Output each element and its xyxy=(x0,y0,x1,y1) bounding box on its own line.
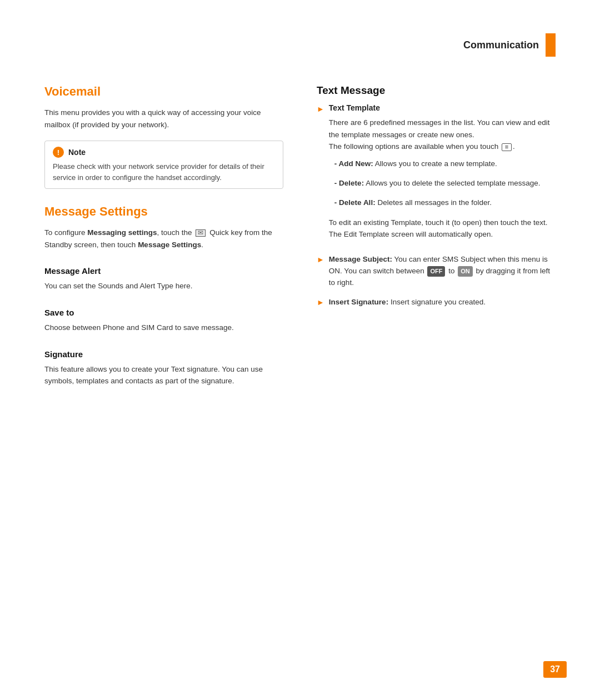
badge-off: OFF xyxy=(427,266,445,277)
text-template-item: ► Text Template There are 6 predefined m… xyxy=(317,103,556,246)
message-subject-item: ► Message Subject: You can enter SMS Sub… xyxy=(317,254,556,289)
message-alert-title: Message Alert xyxy=(44,266,283,276)
insert-signature-item: ► Insert Signature: Insert signature you… xyxy=(317,297,556,308)
edit-template-note: To edit an existing Template, touch it (… xyxy=(329,217,556,241)
menu-icon xyxy=(502,143,512,151)
header-accent-bar xyxy=(546,33,556,57)
voicemail-section: Voicemail This menu provides you with a … xyxy=(44,84,283,189)
message-alert-body: You can set the Sounds and Alert Type he… xyxy=(44,280,283,292)
note-icon: ! xyxy=(53,147,64,158)
text-template-label: Text Template xyxy=(329,103,556,112)
message-settings-title: Message Settings xyxy=(44,204,283,219)
arrow-icon-message-subject: ► xyxy=(317,255,324,264)
note-label: Note xyxy=(68,148,86,157)
save-to-section: Save to Choose between Phone and SIM Car… xyxy=(44,308,283,334)
save-to-body: Choose between Phone and SIM Card to sav… xyxy=(44,322,283,334)
signature-body: This feature allows you to create your T… xyxy=(44,363,283,387)
message-settings-end-bold: Message Settings xyxy=(138,241,201,249)
signature-title: Signature xyxy=(44,349,283,359)
text-message-section: Text Message ► Text Template There are 6… xyxy=(317,84,556,308)
insert-signature-label: Insert Signature: xyxy=(329,298,388,306)
message-alert-section: Message Alert You can set the Sounds and… xyxy=(44,266,283,292)
insert-signature-content: Insert Signature: Insert signature you c… xyxy=(329,297,486,308)
page-number: 37 xyxy=(543,661,567,678)
message-subject-content: Message Subject: You can enter SMS Subje… xyxy=(329,254,556,289)
badge-on: ON xyxy=(458,266,473,277)
messaging-settings-bold: Messaging settings xyxy=(87,228,157,237)
arrow-icon-text-template: ► xyxy=(317,104,324,113)
text-template-body: There are 6 predefined messages in the l… xyxy=(329,117,556,153)
mail-icon xyxy=(196,229,206,237)
voicemail-body: This menu provides you with a quick way … xyxy=(44,107,283,131)
add-new-item: - Add New: Allows you to create a new te… xyxy=(329,158,556,170)
note-text: Please check with your network service p… xyxy=(53,161,275,183)
text-template-content: Text Template There are 6 predefined mes… xyxy=(329,103,556,246)
left-column: Voicemail This menu provides you with a … xyxy=(44,84,283,403)
delete-all-label: - Delete All: xyxy=(334,198,376,207)
signature-section: Signature This feature allows you to cre… xyxy=(44,349,283,387)
arrow-icon-insert-signature: ► xyxy=(317,298,324,307)
content-columns: Voicemail This menu provides you with a … xyxy=(44,84,556,403)
page: Communication Voicemail This menu provid… xyxy=(0,0,600,700)
delete-all-item: - Delete All: Deletes all messages in th… xyxy=(329,197,556,209)
text-message-title: Text Message xyxy=(317,84,556,97)
add-new-label: - Add New: xyxy=(334,159,373,168)
voicemail-title: Voicemail xyxy=(44,84,283,99)
page-title: Communication xyxy=(463,39,539,51)
delete-item: - Delete: Allows you to delete the selec… xyxy=(329,178,556,189)
note-header: ! Note xyxy=(53,147,275,158)
delete-label: - Delete: xyxy=(334,179,364,187)
message-subject-label: Message Subject: xyxy=(329,255,392,263)
message-settings-section: Message Settings To configure Messaging … xyxy=(44,204,283,251)
note-box: ! Note Please check with your network se… xyxy=(44,141,283,189)
right-column: Text Message ► Text Template There are 6… xyxy=(317,84,556,403)
save-to-title: Save to xyxy=(44,308,283,317)
insert-signature-text: Insert signature you created. xyxy=(391,298,486,306)
page-header: Communication xyxy=(44,33,556,57)
message-settings-body: To configure Messaging settings, touch t… xyxy=(44,227,283,251)
